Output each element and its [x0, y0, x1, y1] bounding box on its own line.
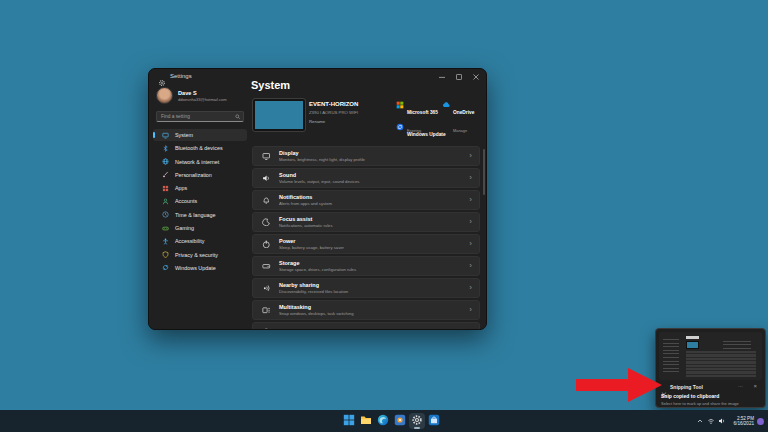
settings-row-activation[interactable]: Activation ›: [252, 322, 480, 329]
settings-row-notifications[interactable]: NotificationsAlerts from apps and system…: [252, 190, 480, 210]
sidebar-item-bluetooth-devices[interactable]: Bluetooth & devices: [153, 142, 247, 154]
multitasking-icon: [262, 306, 271, 315]
volume-icon[interactable]: [716, 413, 727, 429]
sidebar-item-label: Accessibility: [175, 238, 204, 244]
bell-icon: [262, 196, 271, 205]
thumb-row-lines: [686, 351, 756, 377]
sidebar-item-apps[interactable]: Apps: [153, 182, 247, 194]
minimize-button[interactable]: [433, 69, 450, 84]
photos-button[interactable]: [392, 413, 408, 429]
close-button[interactable]: [467, 69, 484, 84]
chevron-right-icon: ›: [469, 217, 472, 226]
toast-close-icon[interactable]: ×: [753, 383, 757, 389]
user-email: ddoesnha33@hotmail.com: [178, 97, 227, 102]
moon-icon: [262, 218, 271, 227]
rename-button[interactable]: Rename: [309, 119, 325, 124]
folder-icon: [360, 412, 372, 430]
device-model: Z390 I AORUS PRO WIFI: [309, 110, 358, 115]
nearby-sharing-icon: [262, 284, 271, 293]
sidebar-item-gaming[interactable]: Gaming: [153, 222, 247, 234]
snipping-tool-toast[interactable]: Snipping Tool ··· × Snip copied to clipb…: [655, 328, 766, 408]
maximize-button[interactable]: [450, 69, 467, 84]
user-account[interactable]: Dave S ddoesnha33@hotmail.com: [156, 87, 227, 104]
user-name: Dave S: [178, 90, 227, 97]
row-subtitle: Monitors, brightness, night light, displ…: [279, 157, 365, 162]
snip-thumbnail[interactable]: [659, 332, 762, 380]
settings-row-sound[interactable]: SoundVolume levels, output, input, sound…: [252, 168, 480, 188]
store-button[interactable]: [426, 413, 442, 429]
sidebar-item-windows-update[interactable]: Windows Update: [153, 262, 247, 274]
scrollbar[interactable]: [483, 149, 485, 195]
person-icon: [161, 198, 169, 205]
start-button[interactable]: [341, 413, 357, 429]
thumb-heading-line: [686, 336, 699, 339]
chevron-right-icon: ›: [469, 239, 472, 248]
activation-icon: [262, 328, 271, 329]
notification-badge[interactable]: [757, 418, 764, 425]
more-options-icon[interactable]: ···: [738, 383, 743, 389]
settings-window: Settings Dave S ddoesnha33@hotmail.com: [148, 68, 487, 330]
settings-row-nearby-sharing[interactable]: Nearby sharingDiscoverability, received …: [252, 278, 480, 298]
sidebar-item-personalization[interactable]: Personalization: [153, 169, 247, 181]
search-input[interactable]: [157, 114, 233, 119]
settings-rows: DisplayMonitors, brightness, night light…: [252, 146, 480, 329]
annotation-arrow: [574, 363, 666, 407]
sidebar-item-label: Windows Update: [175, 265, 216, 271]
settings-row-focus-assist[interactable]: Focus assistNotifications, automatic rul…: [252, 212, 480, 232]
sound-icon: [262, 174, 271, 183]
sidebar-item-label: Network & internet: [175, 159, 219, 165]
bluetooth-icon: [161, 145, 169, 152]
search-icon: [233, 114, 243, 120]
device-thumbnail: [253, 99, 305, 131]
thumb-device-preview: [686, 341, 699, 349]
sidebar-item-accessibility[interactable]: Accessibility: [153, 235, 247, 247]
settings-row-storage[interactable]: StorageStorage space, drives, configurat…: [252, 256, 480, 276]
edge-icon: [377, 412, 389, 430]
quicklink-title: OneDrive: [453, 110, 474, 115]
wifi-icon[interactable]: [705, 413, 716, 429]
chevron-right-icon: ›: [469, 173, 472, 182]
sidebar-item-label: Time & language: [175, 212, 216, 218]
edge-button[interactable]: [375, 413, 391, 429]
row-subtitle: Sleep, battery usage, battery saver: [279, 245, 344, 250]
row-subtitle: Snap windows, desktops, task switching: [279, 311, 353, 316]
settings-taskbar-button[interactable]: [409, 413, 425, 429]
sidebar-item-accounts[interactable]: Accounts: [153, 195, 247, 207]
controller-icon: [161, 225, 169, 232]
thumb-quicklink-lines: [723, 341, 751, 349]
window-controls: [433, 69, 484, 84]
onedrive-cloud-icon: [441, 100, 450, 109]
apps-grid-icon: [161, 185, 169, 192]
sidebar-item-system[interactable]: System: [153, 129, 247, 141]
settings-row-display[interactable]: DisplayMonitors, brightness, night light…: [252, 146, 480, 166]
power-icon: [262, 240, 271, 249]
sidebar-item-privacy-security[interactable]: Privacy & security: [153, 249, 247, 261]
sidebar-item-label: Bluetooth & devices: [175, 145, 223, 151]
storage-icon: [262, 262, 271, 271]
quicklink-title: Windows Update: [407, 132, 446, 137]
tray-date: 6/16/2021: [734, 421, 754, 426]
sidebar-item-network-internet[interactable]: Network & internet: [153, 156, 247, 168]
taskbar-center: [341, 413, 442, 429]
taskbar-clock[interactable]: 2:52 PM 6/16/2021: [730, 416, 754, 427]
accessibility-icon: [161, 238, 169, 245]
settings-row-power[interactable]: PowerSleep, battery usage, battery saver…: [252, 234, 480, 254]
chevron-right-icon: ›: [469, 195, 472, 204]
sidebar-item-label: System: [175, 132, 193, 138]
chevron-right-icon: ›: [469, 261, 472, 270]
device-name: EVENT-HORIZON: [309, 101, 358, 107]
globe-icon: [161, 158, 169, 165]
sidebar-item-time-language[interactable]: Time & language: [153, 209, 247, 221]
settings-row-multitasking[interactable]: MultitaskingSnap windows, desktops, task…: [252, 300, 480, 320]
chevron-up-icon[interactable]: [694, 413, 705, 429]
system-tray: 2:52 PM 6/16/2021: [694, 410, 768, 432]
search-box[interactable]: [156, 111, 244, 122]
taskbar: 2:52 PM 6/16/2021: [0, 410, 768, 432]
file-explorer-button[interactable]: [358, 413, 374, 429]
avatar: [156, 87, 173, 104]
chevron-right-icon: ›: [469, 305, 472, 314]
chevron-right-icon: ›: [469, 327, 472, 329]
store-icon: [428, 412, 440, 430]
shield-icon: [161, 251, 169, 258]
display-icon: [262, 152, 271, 161]
